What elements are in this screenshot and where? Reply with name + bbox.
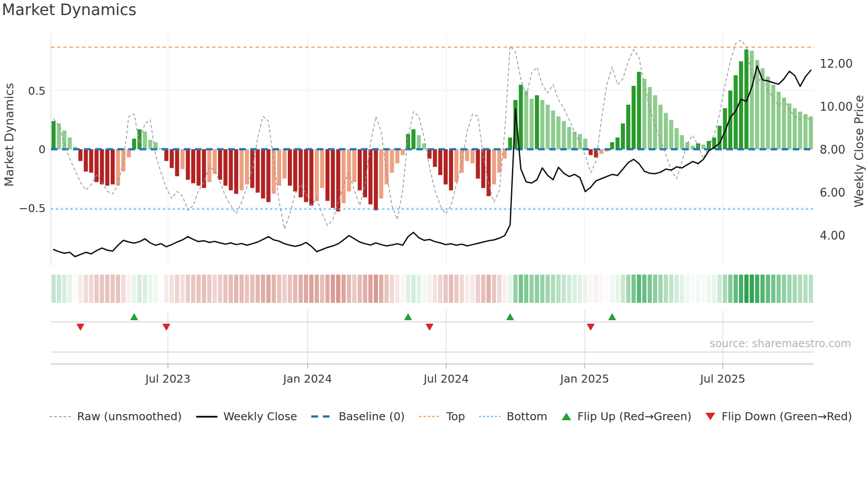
heatmap-cell	[326, 275, 330, 303]
heatmap-cell	[293, 275, 298, 303]
oscillator-bar	[240, 149, 244, 190]
legend-label: Weekly Close	[224, 410, 297, 423]
oscillator-bar	[750, 50, 754, 149]
oscillator-bar	[739, 61, 743, 149]
heatmap-cell	[766, 275, 770, 303]
heatmap-cell	[207, 275, 212, 303]
heatmap-cell	[384, 275, 389, 303]
oscillator-bar	[406, 134, 410, 150]
heatmap-cell	[787, 275, 792, 303]
heatmap-cell	[218, 275, 222, 303]
heatmap-cell	[669, 275, 674, 303]
heatmap-cell	[449, 275, 453, 303]
heatmap-cell	[202, 275, 206, 303]
oscillator-bar	[224, 149, 228, 186]
oscillator-bar	[546, 105, 550, 149]
heatmap-cell	[401, 275, 405, 303]
heatmap-cell	[733, 275, 738, 303]
heatmap-cell	[755, 275, 760, 303]
oscillator-bar	[175, 149, 179, 176]
y-tick-label-right: 12.00	[820, 57, 852, 70]
oscillator-bar	[492, 149, 496, 185]
flip-down-marker	[426, 324, 434, 331]
oscillator-bar	[787, 104, 791, 149]
heatmap-cell	[127, 275, 131, 303]
heatmap-cell	[487, 275, 491, 303]
legend-item: Top	[419, 410, 465, 423]
oscillator-bar	[444, 149, 448, 185]
oscillator-bar	[164, 149, 168, 161]
oscillator-bar	[411, 129, 415, 149]
oscillator-bar	[51, 121, 55, 149]
oscillator-bar	[470, 149, 474, 163]
oscillator-bar	[218, 149, 222, 180]
heatmap-cell	[610, 275, 615, 303]
heatmap-cell	[604, 275, 609, 303]
heatmap-cell	[298, 275, 303, 303]
oscillator-bar	[94, 149, 98, 182]
heatmap-cell	[567, 275, 572, 303]
oscillator-bar	[454, 149, 458, 182]
legend: Raw (unsmoothed)Weekly CloseBaseline (0)…	[50, 410, 852, 423]
heatmap-cell	[433, 275, 437, 303]
heatmap-cell	[271, 275, 276, 303]
heatmap-cell	[599, 275, 604, 303]
heatmap-cell	[352, 275, 356, 303]
y-tick-label-right: 4.00	[820, 229, 845, 242]
heatmap-cell	[594, 275, 598, 303]
oscillator-bar	[267, 149, 271, 202]
heatmap-cell	[674, 275, 679, 303]
heatmap-cell	[229, 275, 233, 303]
oscillator-bar	[207, 149, 211, 182]
oscillator-bar	[771, 85, 775, 149]
heatmap-cell	[197, 275, 201, 303]
flip-down-marker	[77, 324, 85, 331]
heatmap-cell	[368, 275, 373, 303]
heatmap-cell	[497, 275, 502, 303]
heatmap-cell	[191, 275, 196, 303]
heatmap-cell	[186, 275, 190, 303]
heatmap-cell	[256, 275, 260, 303]
heatmap-cell	[159, 275, 163, 303]
heatmap-cell	[551, 275, 555, 303]
heatmap-cell	[637, 275, 641, 303]
heatmap-cell	[803, 275, 808, 303]
heatmap-cell	[331, 275, 335, 303]
oscillator-bar	[326, 149, 329, 201]
heatmap-cell	[175, 275, 179, 303]
x-tick-label: Jul 2024	[423, 372, 469, 385]
oscillator-bar	[632, 86, 636, 149]
heatmap-cell	[223, 275, 228, 303]
heatmap-cell	[148, 275, 153, 303]
oscillator-bar	[395, 149, 399, 163]
oscillator-bar	[616, 138, 620, 150]
heatmap-cell	[776, 275, 781, 303]
heatmap-cell	[94, 275, 99, 303]
heatmap-cell	[728, 275, 732, 303]
raw-line	[54, 40, 811, 229]
heatmap-cell	[283, 275, 287, 303]
heatmap-cell	[374, 275, 378, 303]
oscillator-bar	[503, 149, 507, 159]
heatmap-cell	[513, 275, 518, 303]
oscillator-bar	[659, 105, 663, 149]
heatmap-cell	[427, 275, 432, 303]
oscillator-bar	[438, 149, 442, 175]
top-line-swatch	[419, 416, 440, 417]
oscillator-bar	[57, 124, 61, 149]
heatmap-cell	[68, 275, 72, 303]
oscillator-bar	[197, 149, 201, 186]
oscillator-bar	[374, 149, 378, 210]
heatmap-cell	[647, 275, 652, 303]
heatmap-cell	[240, 275, 244, 303]
oscillator-bar	[401, 149, 405, 155]
heatmap-cell	[154, 275, 158, 303]
heatmap-cell	[89, 275, 93, 303]
heatmap-cell	[664, 275, 668, 303]
heatmap-cell	[680, 275, 684, 303]
oscillator-bar	[782, 97, 786, 149]
heatmap-cell	[782, 275, 787, 303]
heatmap-cell	[642, 275, 647, 303]
heatmap-cell	[411, 275, 416, 303]
heatmap-cell	[707, 275, 711, 303]
